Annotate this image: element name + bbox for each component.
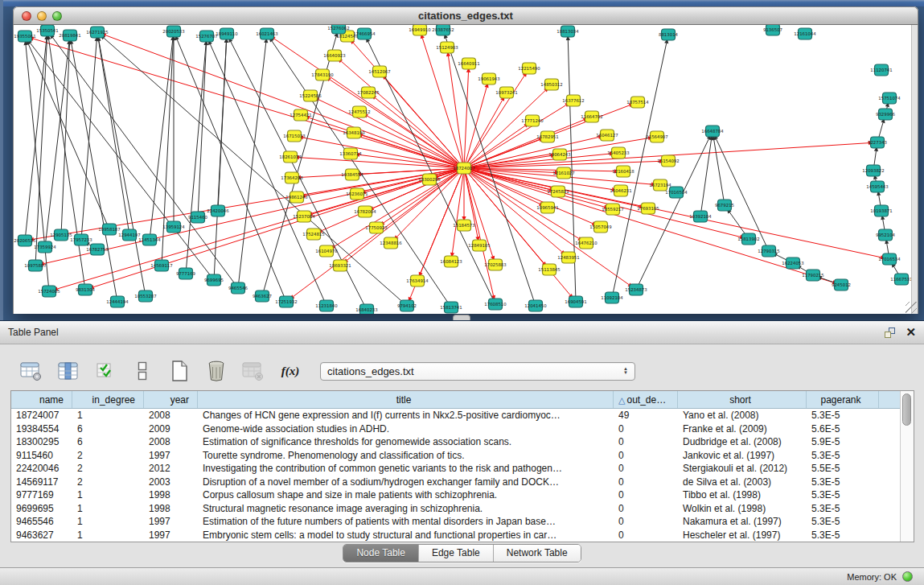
citation-edge-red — [449, 56, 464, 168]
table-cell: 6 — [72, 435, 144, 449]
table-cell: 5.3E-5 — [807, 409, 879, 422]
graph-node-label: 17693105 — [637, 206, 659, 211]
table-cell: 9463627 — [11, 529, 72, 542]
graph-node-label: 16021463 — [256, 31, 277, 36]
graph-node-label: 17524815 — [302, 232, 324, 237]
graph-node-label: 9794102 — [397, 303, 417, 308]
new-table-icon[interactable] — [167, 360, 191, 382]
graph-node-label: 12041450 — [524, 303, 547, 308]
function-builder-icon[interactable]: f(x) — [278, 360, 302, 382]
column-header-in_degree[interactable]: in_degree — [72, 391, 144, 408]
table-settings-icon[interactable] — [19, 360, 43, 382]
citation-edge-red — [464, 168, 494, 295]
citation-edge-red — [34, 39, 464, 168]
delete-attributes-icon[interactable] — [204, 360, 228, 382]
merge-tables-icon[interactable] — [130, 360, 154, 382]
table-cell: 1 — [72, 529, 144, 542]
table-cell: 0 — [614, 435, 678, 449]
graph-node-label: 16271925 — [86, 30, 108, 35]
graph-node-label: 17957233 — [70, 237, 92, 242]
graph-node-label: 14569117 — [150, 263, 172, 268]
table-row[interactable]: 969969511998Structural magnetic resonanc… — [11, 502, 900, 516]
graph-node-label: 12483951 — [557, 255, 579, 260]
show-columns-icon[interactable] — [56, 360, 80, 382]
scrollbar-thumb[interactable] — [902, 393, 911, 426]
column-header-short[interactable]: short — [678, 391, 807, 408]
graph-node-label: 15751074 — [878, 96, 901, 101]
table-cell: de Silva et al. (2003) — [678, 476, 807, 489]
close-panel-icon[interactable]: ✕ — [906, 326, 916, 339]
graph-node-label: 10975887 — [24, 263, 46, 268]
table-row[interactable]: 2242004622012Investigating the contribut… — [11, 462, 900, 476]
graph-node-label: 16840233 — [355, 307, 377, 312]
table-cell: 2 — [72, 449, 144, 463]
graph-node-label: 16046231 — [610, 188, 631, 193]
graph-node-label: 12161044 — [794, 31, 816, 36]
tab-node-table[interactable]: Node Table — [343, 545, 419, 562]
select-attributes-icon[interactable] — [93, 360, 117, 382]
graph-node-label: 16782951 — [536, 134, 558, 139]
graph-node-label: 17634914 — [406, 278, 429, 283]
network-canvas[interactable]: 1812454916640923178431901522458612754421… — [13, 25, 911, 314]
column-header-title[interactable]: title — [198, 391, 614, 408]
table-row[interactable]: 977716911998Corpus callosum shape and si… — [11, 488, 900, 502]
graph-node-label: 9463627 — [253, 294, 272, 299]
delete-table-icon — [241, 360, 265, 382]
graph-node-label: 19064243 — [548, 152, 570, 157]
citation-edge — [150, 40, 173, 240]
table-vertical-scrollbar[interactable] — [900, 391, 914, 542]
status-bar: Memory: OK — [0, 567, 924, 585]
column-header-out_de[interactable]: △out_de… — [614, 391, 678, 408]
tab-network-table[interactable]: Network Table — [494, 545, 581, 562]
graph-node-label: 16782004 — [354, 209, 376, 214]
table-cell: 1 — [72, 502, 144, 516]
graph-node-label: 20020533 — [162, 29, 184, 34]
graph-node-label: 10553287 — [134, 294, 156, 299]
table-cell: Investigating the contribution of common… — [198, 462, 614, 476]
table-cell: 0 — [614, 422, 678, 436]
table-row[interactable]: 911546021997Tourette syndrome. Phenomeno… — [11, 449, 900, 463]
graph-node-label: 12093822 — [862, 168, 884, 173]
citation-edge — [31, 43, 214, 280]
table-cell: Disruption of a novel member of a sodium… — [198, 476, 614, 489]
table-panel-header: Table Panel ✕ — [0, 321, 924, 344]
table-cell: 5.9E-5 — [807, 435, 879, 449]
table-row[interactable]: 1456911722003Disruption of a novel membe… — [11, 476, 900, 489]
node-table: namein_degreeyeartitle△out_de…shortpager… — [10, 390, 914, 542]
table-row[interactable]: 946362711997Embryonic stem cells: a mode… — [11, 529, 900, 542]
graph-node-label: 9329966 — [876, 112, 896, 117]
table-cell: 5.3E-5 — [807, 515, 879, 529]
graph-node-label: 18813034 — [556, 29, 579, 34]
graph-node-label: 9136507 — [763, 27, 782, 32]
graph-node-label: 10193871 — [870, 208, 892, 213]
table-row[interactable]: 1830029562008Estimation of significance … — [11, 435, 900, 449]
graph-node-label: 17771240 — [521, 118, 544, 123]
column-header-name[interactable]: name — [11, 391, 72, 408]
table-row[interactable]: 1872400712008Changes of HCN gene express… — [11, 409, 900, 422]
window-titlebar[interactable]: citations_edges.txt — [13, 6, 918, 25]
float-window-icon[interactable] — [884, 327, 896, 339]
graph-node-label: 15234873 — [625, 287, 647, 292]
table-selector-dropdown[interactable]: citations_edges.txt ▲▼ — [320, 362, 635, 381]
graph-node-label: 17364208 — [281, 175, 303, 180]
table-row[interactable]: 1938455462009Genome-wide association stu… — [11, 422, 900, 436]
graph-node-label: 14850312 — [540, 82, 562, 87]
resize-handle-icon[interactable] — [906, 302, 917, 313]
graph-node-label: 15813741 — [440, 305, 462, 310]
tab-edge-table[interactable]: Edge Table — [419, 545, 494, 562]
column-header-pagerank[interactable]: pagerank — [807, 391, 879, 408]
graph-node-label: 17082245 — [357, 90, 379, 95]
citation-edge-red — [376, 98, 464, 168]
column-header-year[interactable]: year — [144, 391, 198, 408]
graph-node-label: 17843190 — [311, 72, 334, 77]
graph-node-label: 10958187 — [98, 227, 120, 232]
citation-edge-red — [453, 168, 464, 253]
table-cell: 1997 — [144, 529, 198, 542]
table-cell: Tibbo et al. (1998) — [678, 488, 807, 502]
citation-edge — [714, 140, 725, 205]
graph-node-label: 17245831 — [547, 189, 569, 194]
graph-node-label: 15184573 — [453, 223, 474, 228]
graph-node-label: 15124903 — [436, 45, 458, 50]
table-row[interactable]: 946554611997Estimation of the future num… — [11, 515, 900, 529]
table-cell: Tourette syndrome. Phenomenology and cla… — [198, 449, 614, 463]
